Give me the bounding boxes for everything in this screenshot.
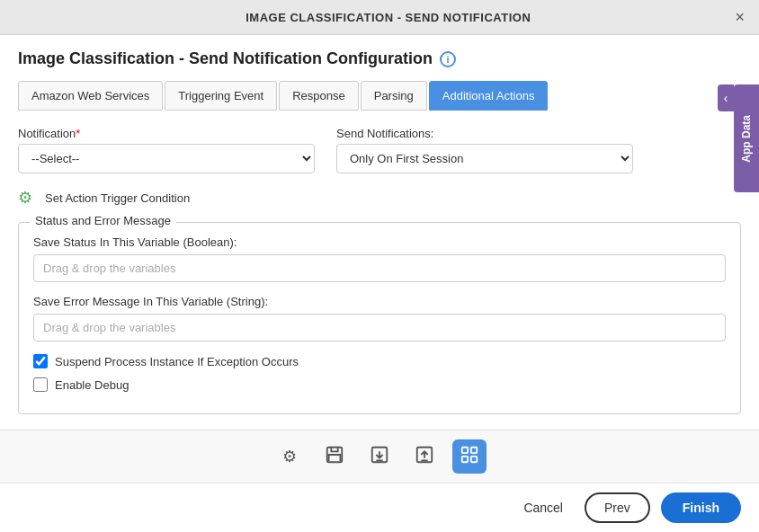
save-status-input[interactable]: Drag & drop the variables xyxy=(33,254,726,282)
app-data-panel[interactable]: App Data xyxy=(734,84,759,192)
svg-rect-4 xyxy=(471,447,477,452)
action-trigger-label: Set Action Trigger Condition xyxy=(45,191,190,205)
toolbar-save-icon xyxy=(325,445,344,469)
main-content: Image Classification - Send Notification… xyxy=(0,35,759,430)
toolbar-grid-button[interactable] xyxy=(452,439,487,474)
chevron-left-icon: ‹ xyxy=(724,91,728,105)
suspend-checkbox-row: Suspend Process Instance If Exception Oc… xyxy=(33,354,726,368)
send-notifications-group: Send Notifications: Only On First Sessio… xyxy=(336,127,633,173)
cancel-button[interactable]: Cancel xyxy=(513,493,574,522)
notification-group: Notification* --Select-- xyxy=(18,127,315,173)
toolbar-gear-icon: ⚙ xyxy=(282,447,297,466)
app-data-label: App Data xyxy=(740,115,753,163)
tab-additional-actions[interactable]: Additional Actions xyxy=(429,81,549,111)
tab-response[interactable]: Response xyxy=(279,81,359,111)
prev-button[interactable]: Prev xyxy=(585,492,650,523)
tab-parsing[interactable]: Parsing xyxy=(361,81,427,111)
modal-title: IMAGE CLASSIFICATION - SEND NOTIFICATION xyxy=(41,11,735,24)
toolbar-save-button[interactable] xyxy=(317,439,352,474)
required-asterisk: * xyxy=(76,127,80,140)
toolbar-download-button[interactable] xyxy=(362,439,397,474)
title-bar: IMAGE CLASSIFICATION - SEND NOTIFICATION… xyxy=(0,0,759,35)
save-status-label: Save Status In This Variable (Boolean): xyxy=(33,235,726,249)
modal-container: IMAGE CLASSIFICATION - SEND NOTIFICATION… xyxy=(0,0,759,532)
save-error-input[interactable]: Drag & drop the variables xyxy=(33,314,726,341)
debug-checkbox-row: Enable Debug xyxy=(33,377,726,392)
toolbar-download-icon xyxy=(370,445,389,469)
svg-rect-6 xyxy=(471,456,477,461)
notification-select[interactable]: --Select-- xyxy=(18,144,315,173)
gear-green-icon: ⚙ xyxy=(18,188,38,208)
debug-checkbox[interactable] xyxy=(33,377,48,392)
app-data-chevron[interactable]: ‹ xyxy=(718,84,734,111)
tab-triggering[interactable]: Triggering Event xyxy=(165,81,277,111)
page-title-text: Image Classification - Send Notification… xyxy=(18,49,433,68)
status-box-legend: Status and Error Message xyxy=(30,214,176,227)
debug-label: Enable Debug xyxy=(55,378,129,392)
form-row: Notification* --Select-- Send Notificati… xyxy=(18,127,741,173)
save-error-label: Save Error Message In This Variable (Str… xyxy=(33,295,726,308)
bottom-toolbar: ⚙ xyxy=(0,430,759,483)
finish-button[interactable]: Finish xyxy=(661,492,741,523)
action-trigger-row[interactable]: ⚙ Set Action Trigger Condition xyxy=(18,188,741,208)
suspend-checkbox[interactable] xyxy=(33,354,48,368)
status-error-box: Status and Error Message Save Status In … xyxy=(18,222,741,414)
toolbar-upload-button[interactable] xyxy=(407,439,442,474)
close-button[interactable]: × xyxy=(735,9,745,25)
suspend-label: Suspend Process Instance If Exception Oc… xyxy=(55,355,299,368)
send-notifications-select[interactable]: Only On First Session xyxy=(336,144,633,173)
notification-label: Notification* xyxy=(18,127,315,140)
toolbar-grid-icon xyxy=(460,445,479,469)
svg-rect-3 xyxy=(462,447,468,452)
toolbar-gear-button[interactable]: ⚙ xyxy=(272,439,307,474)
toolbar-upload-icon xyxy=(415,445,434,469)
tab-bar: Amazon Web Services Triggering Event Res… xyxy=(18,81,741,111)
footer: Cancel Prev Finish xyxy=(0,483,759,532)
page-title-row: Image Classification - Send Notification… xyxy=(18,49,741,68)
send-notifications-label: Send Notifications: xyxy=(336,127,633,140)
svg-rect-5 xyxy=(462,456,468,461)
tab-aws[interactable]: Amazon Web Services xyxy=(18,81,163,111)
info-icon[interactable]: i xyxy=(440,51,456,67)
